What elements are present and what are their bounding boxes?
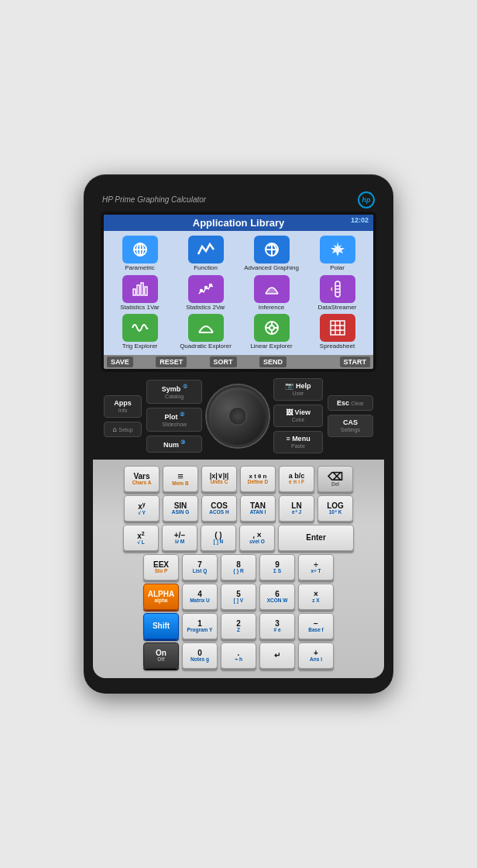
key-return[interactable]: ↵ — [259, 642, 295, 669]
app-icon-stats1var — [122, 275, 158, 303]
key-row-6: Shift 1 Program Y 2 Z 3 # e − Base f — [99, 613, 378, 639]
key-subtract[interactable]: − Base f — [298, 613, 334, 639]
hp-logo: hp — [358, 191, 375, 208]
key-vars[interactable]: Vars Chars A — [124, 466, 160, 492]
right-controls: Esc Clear CAS Settings — [328, 395, 373, 437]
key-7[interactable]: 7 List Q — [182, 554, 218, 580]
app-datastreamer[interactable]: DataStreamer — [306, 275, 369, 312]
btn-menu[interactable]: ≡ Menu Paste — [273, 431, 323, 453]
app-stats2var[interactable]: Statistics 2Var — [174, 275, 237, 312]
key-frac[interactable]: a b/c e π i F — [279, 466, 314, 492]
key-tan[interactable]: TAN ATAN I — [240, 495, 276, 522]
dial-center — [228, 407, 247, 425]
key-8[interactable]: 8 { } R — [221, 554, 256, 580]
key-mem[interactable]: ≡ Mem B — [163, 466, 198, 492]
key-squared[interactable]: x2 √ L — [123, 525, 159, 551]
dial-container — [207, 385, 269, 447]
app-icon-function — [188, 236, 224, 264]
key-sin[interactable]: SIN ASIN G — [163, 495, 198, 522]
app-parametric[interactable]: Parametric — [108, 236, 171, 272]
key-alpha[interactable]: ALPHA alpha — [143, 584, 179, 610]
app-label-parametric: Parametric — [125, 265, 155, 272]
key-divide[interactable]: ÷ x÷ T — [298, 554, 334, 580]
key-9[interactable]: 9 Σ S — [259, 554, 295, 580]
app-inference[interactable]: Inference — [240, 275, 303, 312]
funckey-sort[interactable]: SORT — [210, 356, 237, 367]
app-label-datastreamer: DataStreamer — [318, 305, 357, 312]
app-quadratic-explorer[interactable]: Quadratic Explorer — [174, 314, 237, 350]
key-ln[interactable]: LN eˣ J — [279, 495, 314, 522]
btn-cas[interactable]: CAS Settings — [328, 415, 373, 437]
key-1[interactable]: 1 Program Y — [182, 613, 218, 639]
key-0[interactable]: 0 Notes g — [182, 642, 218, 669]
screen: Application Library 12:02 — [104, 215, 373, 369]
btn-apps[interactable]: Apps Info — [104, 395, 142, 418]
svg-point-12 — [204, 286, 207, 288]
key-on[interactable]: On Off — [143, 642, 179, 669]
app-label-spreadsheet: Spreadsheet — [320, 343, 355, 350]
key-units[interactable]: |x|∨|I| Units C — [201, 466, 237, 492]
key-3[interactable]: 3 # e — [259, 613, 295, 639]
btn-help[interactable]: 📷 Help User — [273, 378, 323, 401]
key-enter[interactable]: Enter — [278, 525, 354, 551]
app-icon-parametric — [122, 236, 158, 264]
key-negate[interactable]: +/− i∂ M — [162, 525, 197, 551]
svg-point-13 — [209, 284, 211, 286]
app-icon-spreadsheet — [320, 314, 355, 342]
app-spreadsheet[interactable]: Spreadsheet — [306, 314, 369, 350]
brand-bar: HP Prime Graphing Calculator hp — [99, 190, 378, 212]
app-label-quadratic-explorer: Quadratic Explorer — [180, 343, 232, 350]
key-backspace[interactable]: ⌫ Del — [317, 466, 353, 492]
app-advanced-graphing[interactable]: Advanced Graphing — [240, 236, 303, 272]
btn-symb[interactable]: Symb ① Catalog — [146, 380, 202, 404]
app-linear-explorer[interactable]: Linear Explorer — [240, 314, 303, 350]
svg-rect-9 — [141, 283, 143, 295]
btn-view[interactable]: 🖼 View Color — [273, 405, 323, 427]
screen-bezel: Application Library 12:02 — [101, 212, 376, 372]
btn-num[interactable]: Num ③ — [146, 436, 202, 453]
app-polar[interactable]: Polar — [306, 236, 369, 272]
svg-rect-10 — [145, 287, 147, 295]
key-add[interactable]: + Ans i — [298, 642, 334, 669]
app-label-linear-explorer: Linear Explorer — [250, 343, 292, 350]
app-label-trig-explorer: Trig Explorer — [122, 343, 158, 350]
left-controls: Apps Info ⌂ Setup — [104, 395, 142, 437]
btn-plot[interactable]: Plot ② Slideshow — [146, 408, 202, 432]
app-label-stats1var: Statistics 1Var — [120, 305, 160, 312]
funckey-start[interactable]: START — [340, 356, 370, 367]
app-label-stats2var: Statistics 2Var — [186, 305, 225, 312]
screen-header: Application Library 12:02 — [104, 215, 373, 231]
key-comma[interactable]: , × ≤vel O — [239, 525, 275, 551]
app-icon-inference — [254, 275, 290, 303]
funckey-send[interactable]: SEND — [259, 356, 287, 367]
dial[interactable] — [207, 385, 269, 447]
key-5[interactable]: 5 [ ] V — [221, 584, 256, 610]
btn-home[interactable]: ⌂ Setup — [104, 422, 142, 437]
key-4[interactable]: 4 Matrix U — [182, 584, 218, 610]
app-stats1var[interactable]: Statistics 1Var — [108, 275, 171, 312]
key-eex[interactable]: EEX Sto P — [143, 554, 179, 580]
key-decimal[interactable]: . ⌁ h — [221, 642, 256, 669]
btn-esc[interactable]: Esc Clear — [328, 395, 373, 411]
key-shift[interactable]: Shift — [143, 613, 179, 639]
key-parens[interactable]: ( ) [ ] N — [201, 525, 236, 551]
btn-home-main: ⌂ — [113, 425, 117, 433]
svg-point-11 — [200, 289, 202, 291]
app-icon-datastreamer — [320, 275, 355, 303]
key-multiply[interactable]: × z X — [298, 584, 334, 610]
app-function[interactable]: Function — [174, 236, 237, 272]
key-6[interactable]: 6 XCON W — [259, 584, 295, 610]
key-row-4: EEX Sto P 7 List Q 8 { } R 9 Σ S ÷ x÷ T — [99, 554, 378, 580]
key-xtthetan[interactable]: x t θ n Define D — [240, 466, 276, 492]
app-trig-explorer[interactable]: Trig Explorer — [108, 314, 171, 350]
key-log[interactable]: LOG 10ˣ K — [317, 495, 353, 522]
key-cos[interactable]: COS ACOS H — [201, 495, 237, 522]
app-grid: Parametric Function — [104, 231, 373, 355]
key-2[interactable]: 2 Z — [221, 613, 256, 639]
app-icon-advanced-graphing — [254, 236, 290, 264]
key-row-1: Vars Chars A ≡ Mem B |x|∨|I| Units C x t… — [99, 466, 378, 492]
funckey-save[interactable]: SAVE — [107, 356, 133, 367]
key-power[interactable]: xy √ Y — [124, 495, 160, 522]
funckey-reset[interactable]: RESET — [156, 356, 187, 367]
calculator: HP Prime Graphing Calculator hp Applicat… — [84, 174, 393, 694]
